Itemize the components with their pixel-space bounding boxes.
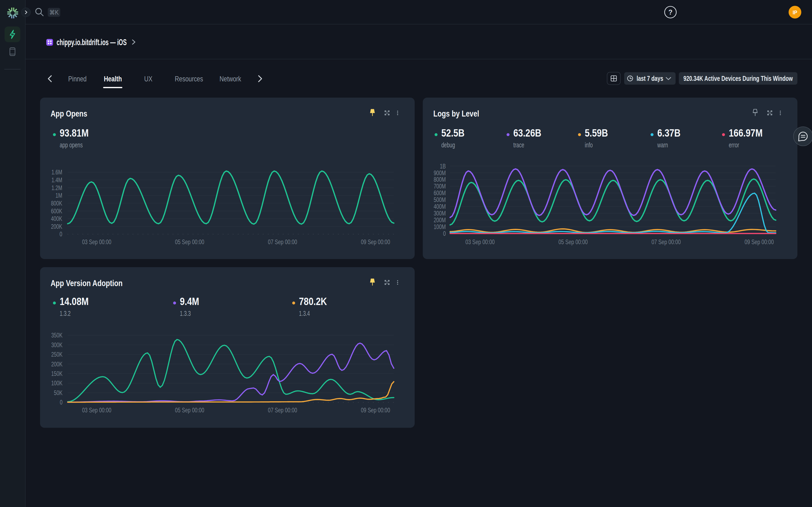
svg-text:Network: Network <box>219 74 241 83</box>
svg-text:Resources: Resources <box>175 74 203 83</box>
svg-text:03 Sep 00:00: 03 Sep 00:00 <box>82 238 111 245</box>
svg-text:400K: 400K <box>51 215 62 222</box>
svg-text:100K: 100K <box>51 380 62 387</box>
svg-text:0: 0 <box>60 399 62 406</box>
svg-text:Pinned: Pinned <box>68 74 87 83</box>
svg-text:1.2M: 1.2M <box>51 184 62 191</box>
svg-text:150K: 150K <box>51 370 62 377</box>
svg-text:200M: 200M <box>434 217 446 224</box>
svg-text:1.4M: 1.4M <box>51 177 62 184</box>
svg-text:App Opens: App Opens <box>51 109 87 118</box>
svg-text:last 7 days: last 7 days <box>637 74 663 82</box>
svg-text:600K: 600K <box>51 208 62 214</box>
svg-text:300M: 300M <box>434 210 446 217</box>
svg-text:300K: 300K <box>51 341 62 348</box>
svg-text:warn: warn <box>657 141 668 149</box>
svg-text:IP: IP <box>793 9 797 15</box>
svg-text:07 Sep 00:00: 07 Sep 00:00 <box>268 407 297 414</box>
svg-text:05 Sep 00:00: 05 Sep 00:00 <box>175 407 204 414</box>
svg-text:200K: 200K <box>51 360 62 368</box>
svg-text:700M: 700M <box>434 183 446 190</box>
svg-text:?: ? <box>668 8 672 16</box>
svg-text:05 Sep 00:00: 05 Sep 00:00 <box>558 238 588 245</box>
svg-text:09 Sep 00:00: 09 Sep 00:00 <box>361 407 390 414</box>
svg-text:error: error <box>729 141 740 149</box>
svg-text:info: info <box>585 141 593 149</box>
svg-text:1B: 1B <box>440 163 446 170</box>
svg-text:09 Sep 00:00: 09 Sep 00:00 <box>361 238 390 245</box>
svg-text:5.59B: 5.59B <box>585 127 608 139</box>
svg-text:400M: 400M <box>434 203 446 210</box>
svg-text:63.26B: 63.26B <box>513 127 541 139</box>
svg-text:52.5B: 52.5B <box>442 127 465 139</box>
svg-text:0: 0 <box>59 231 62 238</box>
svg-text:166.97M: 166.97M <box>729 127 763 139</box>
svg-text:800K: 800K <box>51 200 62 207</box>
svg-text:900M: 900M <box>434 169 446 176</box>
svg-text:app opens: app opens <box>60 141 83 149</box>
svg-text:chippy.io.bitdrift.ios — iOS: chippy.io.bitdrift.ios — iOS <box>57 38 127 47</box>
svg-text:1.6M: 1.6M <box>51 169 62 176</box>
svg-text:debug: debug <box>442 141 455 149</box>
svg-text:50K: 50K <box>54 389 62 396</box>
svg-text:0: 0 <box>443 230 446 237</box>
svg-text:780.2K: 780.2K <box>299 295 327 307</box>
svg-text:500M: 500M <box>434 196 446 203</box>
svg-text:9.4M: 9.4M <box>180 295 199 307</box>
svg-text:UX: UX <box>144 74 153 83</box>
svg-text:07 Sep 00:00: 07 Sep 00:00 <box>652 238 681 245</box>
svg-text:800M: 800M <box>434 176 446 183</box>
svg-text:03 Sep 00:00: 03 Sep 00:00 <box>82 407 111 414</box>
svg-text:05 Sep 00:00: 05 Sep 00:00 <box>175 238 204 245</box>
svg-text:920.34K Active Devices During: 920.34K Active Devices During This Windo… <box>683 74 793 82</box>
svg-text:6.37B: 6.37B <box>657 127 681 139</box>
svg-text:App Version Adoption: App Version Adoption <box>51 278 122 288</box>
svg-text:03 Sep 00:00: 03 Sep 00:00 <box>465 238 495 245</box>
svg-text:200K: 200K <box>51 223 62 230</box>
svg-text:1.3.2: 1.3.2 <box>60 309 71 317</box>
svg-text:Logs by Level: Logs by Level <box>433 109 479 118</box>
svg-text:600M: 600M <box>434 189 446 196</box>
svg-text:93.81M: 93.81M <box>60 127 89 139</box>
svg-text:1.3.4: 1.3.4 <box>299 309 310 317</box>
svg-text:trace: trace <box>513 141 524 149</box>
svg-text:14.08M: 14.08M <box>60 295 89 307</box>
svg-text:Health: Health <box>104 74 122 83</box>
svg-text:⌘K: ⌘K <box>49 9 59 16</box>
svg-text:09 Sep 00:00: 09 Sep 00:00 <box>745 238 774 245</box>
svg-text:250K: 250K <box>51 351 62 358</box>
svg-text:07 Sep 00:00: 07 Sep 00:00 <box>268 238 297 245</box>
svg-text:1M: 1M <box>55 192 62 199</box>
svg-text:100M: 100M <box>434 223 446 230</box>
svg-text:350K: 350K <box>51 332 62 339</box>
svg-text:1.3.3: 1.3.3 <box>180 309 191 317</box>
